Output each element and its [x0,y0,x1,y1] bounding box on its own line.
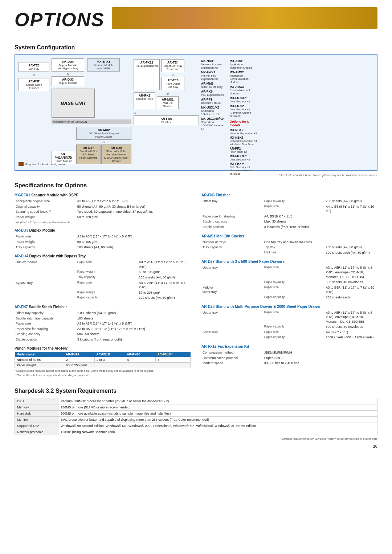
spec-AR-MS1-table: Number of trays One top tray and seven m… [201,240,377,256]
comp-AR-MM9-label: AR-MM9 [201,82,226,85]
spec-AR-MS1-title: AR-MS1 Mail Bin Stacker [201,234,377,238]
spec-AR-FN7-title: AR-FN7 Saddle Stitch Finisher [15,305,191,309]
legend-required-label: Required for basic configuration [25,163,66,166]
component-AR-PN1ABCD: AR-PN1A/B/C/D Punch Module [52,151,75,164]
spec-AR-FN6: AR-FN6 Finisher Offset tray Paper capaci… [201,193,377,230]
spec-AR-DU4: AR-DU4 Duplex Module with Bypass Tray Du… [15,254,191,301]
component-AR-D27: AR-D27 Stand with 3 x 500-SheetPaper Dra… [76,144,101,164]
table-row: Paper weight 50 to 128 g/m² [15,215,191,220]
table-row: Monitor SVGA resolution or better and ca… [15,417,377,423]
specs-left-col: MX-EFX1 Scanner Module with DSPF Accepta… [15,193,191,381]
spec-AR-D27-table: Upper tray Paper size A3 to A5R (11" x 1… [201,265,377,300]
spec-AR-D27-title: AR-D27 Stand with 3 x 500-Sheet Paper Dr… [201,260,377,264]
table-row: CPU Pentium 500MHz processor or better (… [15,398,377,404]
table-row: Stapling capacity Max. 50 sheets [15,331,191,337]
spec-AR-FX12-title: AR-FX12 Fax Expansion Kit [201,345,377,349]
spec-AR-D27: AR-D27 Stand with 3 x 500-Sheet Paper Dr… [201,260,377,300]
spec-AR-DU4-title: AR-DU4 Duplex Module with Bypass Tray [15,254,191,258]
spec-AR-D28-title: AR-D28 Stand with Multi-Purpose Drawer &… [201,305,377,309]
table-row: Hard disk 300MB or more available space … [15,411,377,417]
or-text-1: or [19,73,49,77]
main-content: System Configuration AR-TE3 Exit Tray or… [0,34,392,456]
spec-AR-FX12: AR-FX12 Fax Expansion Kit Compression me… [201,345,377,366]
spec-AR-D28: AR-D28 Stand with Multi-Purpose Drawer &… [201,305,377,341]
table-row: Paper size A3 to A5R (11" x 17" to 5 ¹⁄₂… [15,321,191,326]
page-title: OPTIONS [15,9,105,30]
component-AR-D28: AR-D28 Stand with Multi-Purpose Drawer& … [101,144,131,164]
table-row: Original capacity 50 sheets (A4, 80 g/m²… [15,204,191,209]
table-row: Upper tray Paper size A3 to A5R (11" x 1… [201,310,377,325]
spec-MX-EFX1-title: MX-EFX1 Scanner Module with DSPF [15,193,191,197]
sys-req-table: CPU Pentium 500MHz processor or better (… [15,398,377,435]
specs-columns: MX-EFX1 Scanner Module with DSPF Accepta… [15,193,377,381]
spec-AR-D28-table: Upper tray Paper size A3 to A5R (11" x 1… [201,310,377,341]
spec-AR-FX12-table: Compression method JBIG/MMR/MR/MH Commun… [201,350,377,366]
comp-AR-PK6-label: AR-PK6 [201,90,226,93]
table-row: Duplex module Paper size A3 to A5R (11" … [15,260,191,269]
specs-title: Specifications for Options [15,182,377,189]
comp-MX-USX1-label: MX-USX1/X5 [201,106,226,109]
table-row: Supported OS* Windows® 98 Second Edition… [15,423,377,429]
table-row: Model name* AR-PN1A AR-PN1B AR-PN1C AR-P… [15,352,191,357]
table-row: Stapling capacity Max. 30 sheets [201,219,377,224]
component-AR-FN7: AR-FN7 Saddle StitchFinisher [19,78,49,91]
comp-MX-AMX2-label: MX-AMX2 [229,70,259,74]
system-requirements-section: Sharpdesk 3.2 System Requirements CPU Pe… [15,388,377,440]
component-AR-MS1: AR-MS1 Mail BinStacker [157,96,179,109]
table-row: Paper weight 60 to 256 g/m² [15,363,191,368]
spec-MX-EFX1-footnote: * A4 (8 ¹⁄₂" x 11") or smaller, in Stand… [15,221,191,224]
spec-AR-DU4-table: Duplex module Paper size A3 to A5R (11" … [15,260,191,301]
component-AR-MU2: AR-MU2 500-Sheet Multi-PurposePaper Draw… [76,127,131,140]
diagram-footnote: * Available at a later date. Some option… [15,174,377,177]
comp-MX-NSX1-label: MX-NSX1 [201,59,226,63]
table-row: Modem speed 33,600 bps to 2,400 bps [201,360,377,366]
table-row: Paper size for stapling A4, B5 (8 ¹⁄₂" x… [201,214,377,219]
sys-req-footnote: * System requirements for Windows Vista™… [15,437,377,440]
table-row: Bypass tray Paper size A3 to A5R (11" x … [15,280,191,290]
system-config-title: System Configuration [15,44,377,51]
punch-footnote-2: ** Two or three holes can be punched dep… [15,374,191,377]
spec-AR-DU3-title: AR-DU3 Duplex Module [15,228,191,232]
header-decorative-image [112,7,377,29]
base-unit-label: BASE UNIT [61,101,86,106]
table-row: Communication protocol Super G3/G3 [201,355,377,361]
table-row: Middle/lower tray Paper size A3 to B5R (… [201,285,377,295]
component-AR-TE4: AR-TE4 Upper Exit TrayExpansion [161,59,184,72]
spec-punch-title: Punch Modules for the AR-FN7 [15,346,191,350]
comp-MX-US10-label: MX-US10/50/A0 [201,117,226,121]
spec-punch-modules: Punch Modules for the AR-FN7 Model name*… [15,346,191,377]
specs-section: Specifications for Options MX-EFX1 Scann… [15,182,377,381]
table-row: Network protocols TCP/IP (using Network … [15,429,377,435]
spec-MX-EFX1-table: Acceptable original size A3 to A5 (11" x… [15,199,191,220]
mandatory-note: Mandatory for MX-M450U/N [52,119,131,124]
system-diagram: AR-TE3 Exit Tray or AR-FN7 Saddle Stitch… [15,54,377,171]
comp-MX-FRX7U-label: MX-FRX7U* [229,154,259,158]
spec-AR-FN6-table: Offset tray Paper capacity 750 sheets (A… [201,199,377,230]
options-u-models-label: Options for U models [229,120,259,127]
page-number: 10 [15,444,377,448]
table-row: Number of holes 2 2 or 3 4 4 [15,357,191,363]
table-row: Staple position 3 locations (front, rear… [201,224,377,230]
table-row: Upper tray Paper size A3 to A5R (11" x 1… [201,265,377,280]
table-row: Paper weight 60 to 105 g/m² [15,239,191,245]
table-row: Offset tray capacity 1,000 sheets (A4, 8… [15,310,191,316]
table-row: Scanning speed (max. *) Two-sided: 60 pa… [15,209,191,215]
sys-req-title: Sharpdesk 3.2 System Requirements [15,388,377,394]
component-AR-DU3: AR-DU3 Duplex Module [52,76,84,86]
comp-AR-PF1-label: AR-PF1 [201,98,226,101]
comp-MX-FRX7-label: MX-FRX7* [229,162,259,166]
comp-MX-FRX6-label: MX-FRX6* [229,104,259,108]
table-row: Paper size A3 to A5R (11" x 17" to 5 ¹⁄₂… [15,234,191,239]
spec-AR-DU3-table: Paper size A3 to A5R (11" x 17" to 5 ¹⁄₂… [15,234,191,250]
table-row: Acceptable original size A3 to A5 (11" x… [15,199,191,204]
table-row: Tray capacity Top tray 250 sheets (A4, 8… [201,245,377,250]
legend-required-box [19,162,24,166]
comp-AR-PF2-label: AR-PF2 [229,147,259,150]
comp-MX-NBX2-label: MX-NBX2 [229,128,259,132]
spec-MX-EFX1: MX-EFX1 Scanner Module with DSPF Accepta… [15,193,191,224]
base-unit-box: BASE UNIT [52,89,95,118]
component-AR-FX12: AR-FX12 Fax Expansion Kit [134,59,160,90]
table-row: Tray capacity 100 sheets (A4, 80 g/m²) [15,245,191,250]
spec-AR-FN7: AR-FN7 Saddle Stitch Finisher Offset tra… [15,305,191,342]
punch-table: Model name* AR-PN1A AR-PN1B AR-PN1C AR-P… [15,352,191,368]
